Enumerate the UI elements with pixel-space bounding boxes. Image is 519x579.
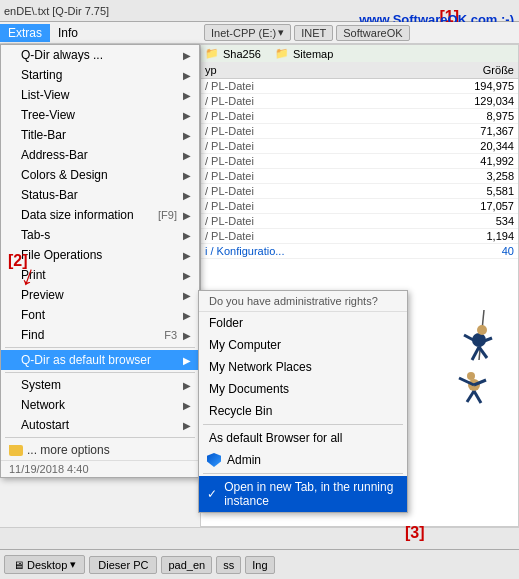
file-size: 71,367 [285, 125, 514, 137]
timestamp: 11/19/2018 4:40 [9, 463, 89, 475]
table-row: / PL-Datei129,034 [201, 94, 518, 109]
submenu-default-browser-all[interactable]: As default Browser for all [199, 427, 407, 449]
menu-item-tree-view[interactable]: Tree-View ▶ [1, 105, 199, 125]
submenu-default-browser-all-label: As default Browser for all [209, 431, 342, 445]
taskbar-ing[interactable]: Ing [245, 556, 274, 574]
menu-item-tabs-label: Tab-s [21, 228, 50, 242]
table-row: / PL-Datei5,581 [201, 184, 518, 199]
arrow-right-icon: ▶ [183, 400, 191, 411]
shortcut-f3: F3 [164, 329, 177, 341]
menu-item-title-bar-label: Title-Bar [21, 128, 66, 142]
menu-item-tabs[interactable]: Tab-s ▶ [1, 225, 199, 245]
menu-item-list-view[interactable]: List-View ▶ [1, 85, 199, 105]
menu-item-network-label: Network [21, 398, 65, 412]
file-size: 41,992 [285, 155, 514, 167]
menu-info[interactable]: Info [50, 24, 86, 42]
submenu-separator-2 [203, 473, 403, 474]
file-type: / PL-Datei [205, 215, 285, 227]
menu-item-title-bar[interactable]: Title-Bar ▶ [1, 125, 199, 145]
arrow-right-icon: ▶ [183, 90, 191, 101]
toolbar-path[interactable]: Inet-CPP (E:) ▾ [204, 24, 291, 41]
svg-line-11 [467, 391, 474, 402]
taskbar-pad-en[interactable]: pad_en [161, 556, 212, 574]
taskbar-dieser-pc[interactable]: Dieser PC [89, 556, 157, 574]
submenu-separator [203, 424, 403, 425]
taskbar-desktop[interactable]: 🖥 Desktop ▾ [4, 555, 85, 574]
submenu-my-documents[interactable]: My Documents [199, 378, 407, 400]
menu-item-system[interactable]: System ▶ [1, 375, 199, 395]
checkmark-icon: ✓ [207, 487, 218, 501]
file-size: 5,581 [285, 185, 514, 197]
file-type: / PL-Datei [205, 200, 285, 212]
menu-item-status-bar[interactable]: Status-Bar ▶ [1, 185, 199, 205]
file-type: / PL-Datei [205, 80, 285, 92]
file-type: / PL-Datei [205, 95, 285, 107]
menu-item-tree-view-label: Tree-View [21, 108, 75, 122]
menu-item-data-size[interactable]: Data size information [F9] ▶ [1, 205, 199, 225]
toolbar-inet[interactable]: INET [294, 25, 333, 41]
arrow-right-icon: ▶ [183, 190, 191, 201]
menu-item-colors-design[interactable]: Colors & Design ▶ [1, 165, 199, 185]
menu-item-address-bar[interactable]: Address-Bar ▶ [1, 145, 199, 165]
chevron-down-icon: ▾ [70, 558, 76, 571]
submenu-my-network-places[interactable]: My Network Places [199, 356, 407, 378]
submenu-open-new-tab[interactable]: ✓ Open in new Tab, in the running instan… [199, 476, 407, 512]
arrow-right-icon: ▶ [183, 380, 191, 391]
table-row: / PL-Datei1,194 [201, 229, 518, 244]
folder-icon-small [9, 445, 23, 456]
admin-question-label: Do you have administrative rights? [209, 295, 378, 307]
submenu-open-new-tab-label: Open in new Tab, in the running instance [224, 480, 397, 508]
menu-item-starting[interactable]: Starting ▶ [1, 65, 199, 85]
arrow-right-icon: ▶ [183, 130, 191, 141]
folder-icon: 📁 [205, 47, 219, 60]
menu-item-data-size-label: Data size information [21, 208, 134, 222]
menu-item-network[interactable]: Network ▶ [1, 395, 199, 415]
menu-item-address-bar-label: Address-Bar [21, 148, 88, 162]
svg-line-5 [472, 347, 479, 360]
file-size: 129,034 [285, 95, 514, 107]
table-row: / PL-Datei534 [201, 214, 518, 229]
desktop-label: Desktop [27, 559, 67, 571]
menu-item-find[interactable]: Find F3 ▶ [1, 325, 199, 345]
chevron-down-icon: ▾ [278, 26, 284, 39]
taskbar-ss[interactable]: ss [216, 556, 241, 574]
table-row: / PL-Datei20,344 [201, 139, 518, 154]
file-size: 8,975 [285, 110, 514, 122]
table-row: / PL-Datei3,258 [201, 169, 518, 184]
menu-item-autostart[interactable]: Autostart ▶ [1, 415, 199, 435]
folder-sha256[interactable]: 📁 Sha256 📁 Sitemap [201, 45, 518, 62]
menu-item-autostart-label: Autostart [21, 418, 69, 432]
arrow-right-icon: ▶ [183, 70, 191, 81]
arrow-right-icon: ▶ [183, 330, 191, 341]
shield-icon [207, 453, 221, 467]
submenu-folder[interactable]: Folder [199, 312, 407, 334]
file-type: / PL-Datei [205, 140, 285, 152]
file-size: 534 [285, 215, 514, 227]
submenu-my-network-places-label: My Network Places [209, 360, 312, 374]
menu-item-qdir-default-browser[interactable]: Q-Dir as default browser ▶ [1, 350, 199, 370]
arrow-right-icon: ▶ [183, 270, 191, 281]
menu-extras[interactable]: Extras [0, 24, 50, 42]
submenu-my-computer[interactable]: My Computer [199, 334, 407, 356]
menu-item-colors-design-label: Colors & Design [21, 168, 108, 182]
qdir-default-browser-submenu: Do you have administrative rights? Folde… [198, 290, 408, 513]
file-size: 20,344 [285, 140, 514, 152]
arrow-right-icon: ▶ [183, 230, 191, 241]
dieser-pc-label: Dieser PC [98, 559, 148, 571]
menu-item-font[interactable]: Font ▶ [1, 305, 199, 325]
arrow-right-icon: ▶ [183, 420, 191, 431]
file-type: / PL-Datei [205, 110, 285, 122]
menu-item-qdir-always[interactable]: Q-Dir always ... ▶ [1, 45, 199, 65]
arrow-right-icon: ▶ [183, 310, 191, 321]
file-type: / PL-Datei [205, 230, 285, 242]
submenu-recycle-bin[interactable]: Recycle Bin [199, 400, 407, 422]
table-row: / PL-Datei71,367 [201, 124, 518, 139]
submenu-admin[interactable]: Admin [199, 449, 407, 471]
menu-item-more-options[interactable]: ... more options [1, 440, 199, 460]
submenu-folder-label: Folder [209, 316, 243, 330]
menu-item-status-bar-label: Status-Bar [21, 188, 78, 202]
arrow-right-icon: ▶ [183, 355, 191, 366]
file-size: 194,975 [285, 80, 514, 92]
toolbar-softwareok[interactable]: SoftwareOK [336, 25, 409, 41]
file-size: 40 [285, 245, 514, 257]
